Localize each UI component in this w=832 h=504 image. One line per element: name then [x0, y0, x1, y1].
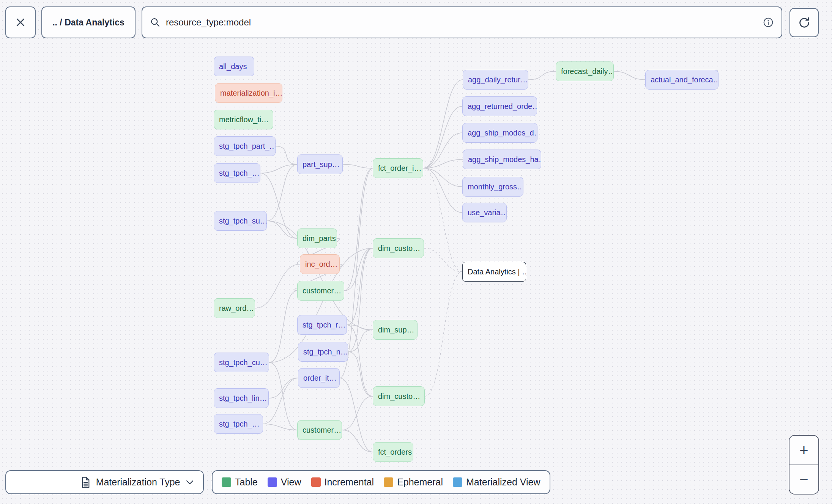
node-stg_tpch_a[interactable]: stg_tpch_…: [214, 163, 260, 183]
edge-stg_tpch_lin-order_it: [269, 378, 298, 398]
node-stg_tpch_lin[interactable]: stg_tpch_lin…: [214, 388, 269, 408]
edge-stg_tpch_r-dim_custo_top: [347, 248, 373, 325]
legend-swatch: [384, 477, 393, 487]
zoom-in-button[interactable]: +: [789, 436, 818, 465]
edge-customer_mid-dim_custo_top: [344, 248, 373, 291]
edge-customer_bot-fct_orders: [342, 430, 373, 452]
node-agg_ship_modes_ha[interactable]: agg_ship_modes_ha…: [463, 150, 541, 169]
node-dim_parts[interactable]: dim_parts: [297, 228, 337, 248]
legend-item-table: Table: [222, 477, 258, 488]
node-stg_tpch_cu[interactable]: stg_tpch_cu…: [214, 353, 269, 372]
legend-label: Incremental: [325, 477, 374, 488]
legend-item-incremental: Incremental: [311, 477, 374, 488]
node-actual_and_foreca[interactable]: actual_and_foreca…: [645, 70, 719, 90]
close-icon: [15, 17, 26, 28]
lenses-button[interactable]: Lenses: [6, 471, 70, 493]
lineage-canvas[interactable]: all_daysmaterialization_i…metricflow_ti……: [0, 0, 832, 504]
search-input[interactable]: [166, 17, 757, 28]
breadcrumb[interactable]: .. / Data Analytics: [41, 6, 136, 38]
close-button[interactable]: [5, 6, 36, 38]
node-materialization_in[interactable]: materialization_i…: [215, 83, 282, 103]
node-metricflow_ti[interactable]: metricflow_ti…: [214, 110, 273, 129]
lens-selector[interactable]: Materialization Type: [70, 471, 203, 493]
node-agg_daily_retur[interactable]: agg_daily_retur…: [463, 70, 528, 90]
node-all_days[interactable]: all_days: [214, 57, 254, 76]
edge-raw_ord-inc_ord: [255, 264, 300, 308]
legend-swatch: [453, 477, 462, 487]
lens-selected-label: Materialization Type: [96, 477, 180, 488]
edge-fct_order_i-data_analytics: [423, 168, 462, 272]
edge-stg_tpch_su-dim_parts: [267, 221, 297, 238]
lenses-label: Lenses: [31, 477, 62, 488]
legend-label: View: [281, 477, 301, 488]
legend-item-view: View: [268, 477, 301, 488]
search-icon: [150, 17, 161, 28]
legend-label: Table: [235, 477, 258, 488]
node-dim_custo_bot[interactable]: dim_custo…: [373, 386, 425, 406]
edge-stg_tpch_n-dim_sup: [348, 330, 373, 352]
node-monthly_gross[interactable]: monthly_gross…: [462, 177, 523, 197]
legend-item-ephemeral: Ephemeral: [384, 477, 443, 488]
node-stg_tpch_r[interactable]: stg_tpch_r…: [297, 315, 347, 335]
edge-order_it-fct_orders: [340, 378, 373, 452]
edge-fct_order_i-agg_daily_retur: [423, 80, 463, 168]
edge-stg_tpch_cu-customer_bot: [269, 362, 297, 430]
edge-dim_custo_top-data_analytics: [424, 248, 462, 272]
edge-stg_tpch_n-dim_custo_bot: [348, 352, 373, 396]
node-part_sup[interactable]: part_sup…: [297, 154, 343, 174]
node-order_it[interactable]: order_it…: [298, 368, 340, 388]
node-stg_tpch_su[interactable]: stg_tpch_su…: [214, 211, 267, 231]
document-icon: [80, 476, 91, 488]
node-stg_tpch_b[interactable]: stg_tpch_…: [214, 414, 263, 434]
breadcrumb-label: .. / Data Analytics: [52, 17, 124, 28]
edge-part_sup-fct_order_i: [343, 164, 373, 168]
node-fct_orders[interactable]: fct_orders: [373, 442, 413, 462]
info-icon[interactable]: [763, 17, 774, 28]
edge-customer_bot-dim_custo_bot: [342, 396, 373, 430]
edge-stg_tpch_su-part_sup: [267, 164, 297, 221]
legend-label: Ephemeral: [397, 477, 443, 488]
node-data_analytics[interactable]: Data Analytics | …: [462, 262, 526, 282]
zoom-controls: + −: [789, 435, 819, 495]
materialization-legend: TableViewIncrementalEphemeralMaterialize…: [212, 470, 550, 494]
edge-agg_daily_retur-forecast_daily: [528, 71, 556, 80]
refresh-icon: [798, 16, 811, 29]
edge-stg_tpch_cu-customer_mid: [269, 291, 297, 362]
node-dim_sup[interactable]: dim_sup…: [373, 320, 418, 340]
search-box[interactable]: [142, 6, 782, 38]
legend-swatch: [222, 477, 231, 487]
aperture-icon: [14, 476, 27, 488]
edge-stg_tpch_r-dim_sup: [347, 325, 373, 330]
edge-fct_order_i-agg_returned_orde: [423, 106, 462, 168]
zoom-out-button[interactable]: −: [789, 465, 818, 494]
legend-label: Materialized View: [466, 477, 540, 488]
edge-fct_order_i-use_varia: [423, 168, 462, 213]
node-use_varia[interactable]: use_varia…: [462, 203, 507, 222]
refresh-button[interactable]: [789, 8, 819, 37]
edge-forecast_daily-actual_and_foreca: [614, 71, 645, 80]
node-stg_tpch_n[interactable]: stg_tpch_n…: [298, 342, 348, 362]
node-raw_ord[interactable]: raw_ord…: [214, 298, 255, 318]
node-agg_returned_orde[interactable]: agg_returned_orde…: [462, 96, 537, 116]
node-inc_ord[interactable]: inc_ord…: [300, 254, 340, 274]
edge-customer_mid-fct_order_i: [344, 168, 373, 291]
node-agg_ship_modes_d[interactable]: agg_ship_modes_d…: [462, 123, 537, 143]
legend-swatch: [268, 477, 277, 487]
legend-swatch: [311, 477, 321, 487]
edge-stg_tpch_part-part_sup: [276, 146, 297, 164]
edge-fct_order_i-monthly_gross: [423, 168, 462, 187]
lens-control[interactable]: Lenses Materialization Type: [5, 470, 204, 494]
node-dim_custo_top[interactable]: dim_custo…: [373, 238, 424, 258]
node-forecast_daily[interactable]: forecast_daily…: [556, 61, 614, 81]
edge-stg_tpch_a-part_sup: [260, 164, 297, 173]
chevron-down-icon: [186, 480, 194, 485]
node-fct_order_i[interactable]: fct_order_i…: [373, 158, 423, 178]
node-customer_bot[interactable]: customer…: [297, 420, 342, 440]
legend-item-materialized-view: Materialized View: [453, 477, 540, 488]
edge-dim_custo_bot-data_analytics: [425, 272, 462, 396]
node-stg_tpch_part[interactable]: stg_tpch_part_…: [214, 136, 276, 156]
node-customer_mid[interactable]: customer…: [297, 281, 344, 301]
